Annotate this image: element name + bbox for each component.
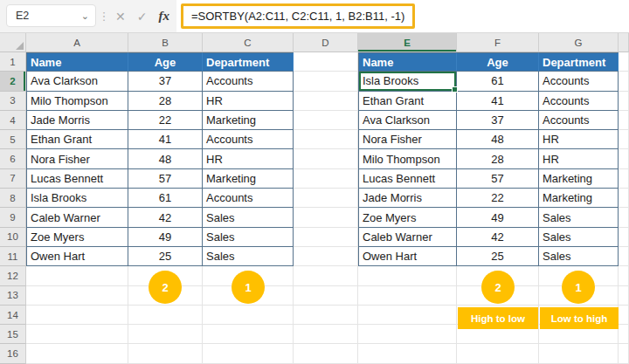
name-box[interactable]: E2 ⌄: [6, 4, 96, 27]
cell-E7[interactable]: Lucas Bennett: [358, 169, 457, 189]
cell-C15[interactable]: [203, 325, 294, 344]
cell-B8[interactable]: 61: [128, 189, 203, 208]
cell-A13[interactable]: [26, 286, 128, 306]
cell-E14[interactable]: [358, 306, 457, 325]
row-header-9[interactable]: 9: [0, 208, 26, 227]
cell-F16[interactable]: [457, 344, 539, 363]
row-header-14[interactable]: 14: [0, 306, 26, 325]
row-header-16[interactable]: 16: [0, 344, 26, 363]
cell-spacer-13[interactable]: [619, 286, 629, 306]
cell-D9[interactable]: [294, 208, 358, 227]
cell-E4[interactable]: Ava Clarkson: [358, 111, 457, 130]
row-header-2[interactable]: 2: [0, 72, 26, 91]
cancel-icon[interactable]: ✕: [115, 10, 126, 24]
cell-A14[interactable]: [26, 306, 128, 325]
cell-A3[interactable]: Milo Thompson: [26, 92, 128, 111]
cell-B16[interactable]: [128, 344, 203, 363]
cell-E5[interactable]: Nora Fisher: [358, 130, 457, 149]
cell-G2[interactable]: Accounts: [539, 72, 619, 91]
cell-spacer-8[interactable]: [619, 189, 629, 208]
cell-F4[interactable]: 37: [457, 111, 539, 130]
cell-E12[interactable]: [358, 266, 457, 285]
cell-G10[interactable]: Sales: [539, 228, 619, 247]
cell-F6[interactable]: 28: [457, 149, 539, 168]
cell-A8[interactable]: Isla Brooks: [26, 189, 128, 208]
cell-G16[interactable]: [539, 344, 619, 363]
row-header-12[interactable]: 12: [0, 266, 26, 285]
cell-A4[interactable]: Jade Morris: [26, 111, 128, 130]
cell-A6[interactable]: Nora Fisher: [26, 149, 128, 168]
row-header-10[interactable]: 10: [0, 228, 26, 247]
cell-G1[interactable]: Department: [539, 52, 619, 72]
cell-E3[interactable]: Ethan Grant: [358, 92, 457, 111]
cell-spacer-2[interactable]: [619, 72, 629, 91]
cell-D7[interactable]: [294, 169, 358, 189]
cell-F7[interactable]: 57: [457, 169, 539, 189]
column-header-D[interactable]: D: [294, 33, 358, 52]
cell-C1[interactable]: Department: [203, 52, 294, 72]
cell-F11[interactable]: 25: [457, 247, 539, 266]
cell-C6[interactable]: HR: [203, 149, 294, 168]
cell-spacer-3[interactable]: [619, 92, 629, 111]
cell-A5[interactable]: Ethan Grant: [26, 130, 128, 149]
column-header-B[interactable]: B: [128, 33, 203, 52]
cell-D4[interactable]: [294, 111, 358, 130]
cell-B6[interactable]: 48: [128, 149, 203, 168]
column-header-G[interactable]: G: [539, 33, 619, 52]
cell-B9[interactable]: 42: [128, 208, 203, 227]
cell-A1[interactable]: Name: [26, 52, 128, 72]
cell-D5[interactable]: [294, 130, 358, 149]
formula-input-area[interactable]: =SORTBY(A2:C11, C2:C11, 1, B2:B11, -1): [176, 0, 629, 32]
cell-C7[interactable]: Marketing: [203, 169, 294, 189]
cell-B7[interactable]: 57: [128, 169, 203, 189]
cell-spacer-1[interactable]: [619, 52, 629, 72]
cell-C2[interactable]: Accounts: [203, 72, 294, 91]
cell-D12[interactable]: [294, 266, 358, 285]
cell-D2[interactable]: [294, 72, 358, 91]
cell-A10[interactable]: Zoe Myers: [26, 228, 128, 247]
formula-input[interactable]: =SORTBY(A2:C11, C2:C11, 1, B2:B11, -1): [181, 3, 415, 29]
cell-C16[interactable]: [203, 344, 294, 363]
row-header-1[interactable]: 1: [0, 52, 26, 72]
cell-E11[interactable]: Owen Hart: [358, 247, 457, 266]
column-header-A[interactable]: A: [26, 33, 128, 52]
cell-D14[interactable]: [294, 306, 358, 325]
cell-spacer-9[interactable]: [619, 208, 629, 227]
insert-function-icon[interactable]: fx: [158, 9, 169, 24]
cell-spacer-4[interactable]: [619, 111, 629, 130]
cell-D11[interactable]: [294, 247, 358, 266]
cell-A12[interactable]: [26, 266, 128, 285]
cell-B15[interactable]: [128, 325, 203, 344]
cell-spacer-12[interactable]: [619, 266, 629, 285]
cell-spacer-14[interactable]: [619, 306, 629, 325]
cell-E6[interactable]: Milo Thompson: [358, 149, 457, 168]
cell-C8[interactable]: Accounts: [203, 189, 294, 208]
row-header-13[interactable]: 13: [0, 286, 26, 306]
cell-spacer-10[interactable]: [619, 228, 629, 247]
cell-spacer-11[interactable]: [619, 247, 629, 266]
cell-F1[interactable]: Age: [457, 52, 539, 72]
cell-F10[interactable]: 42: [457, 228, 539, 247]
cell-spacer-7[interactable]: [619, 169, 629, 189]
row-header-5[interactable]: 5: [0, 130, 26, 149]
cell-C10[interactable]: Sales: [203, 228, 294, 247]
cell-F8[interactable]: 22: [457, 189, 539, 208]
cell-A7[interactable]: Lucas Bennett: [26, 169, 128, 189]
cell-E15[interactable]: [358, 325, 457, 344]
cell-C14[interactable]: [203, 306, 294, 325]
select-all-corner[interactable]: [0, 33, 26, 52]
cell-G5[interactable]: HR: [539, 130, 619, 149]
cell-E13[interactable]: [358, 286, 457, 306]
cell-G7[interactable]: Marketing: [539, 169, 619, 189]
cell-F2[interactable]: 61: [457, 72, 539, 91]
row-header-4[interactable]: 4: [0, 111, 26, 130]
column-header-E[interactable]: E: [358, 33, 457, 52]
cell-C5[interactable]: Accounts: [203, 130, 294, 149]
column-header-F[interactable]: F: [457, 33, 539, 52]
cell-B10[interactable]: 49: [128, 228, 203, 247]
cell-B2[interactable]: 37: [128, 72, 203, 91]
cell-G8[interactable]: Marketing: [539, 189, 619, 208]
cell-B5[interactable]: 41: [128, 130, 203, 149]
cell-C9[interactable]: Sales: [203, 208, 294, 227]
cell-C4[interactable]: Marketing: [203, 111, 294, 130]
